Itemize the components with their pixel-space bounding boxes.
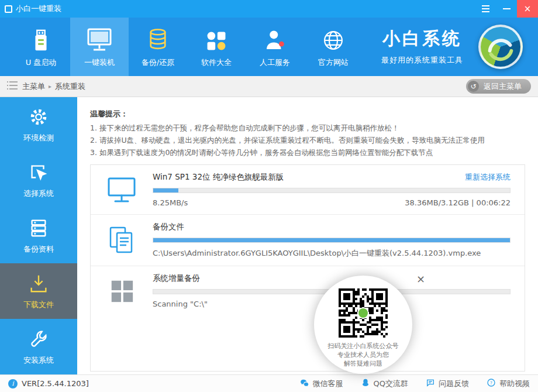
- back-arrow-icon: ↺: [468, 81, 479, 92]
- return-main-menu-button[interactable]: ↺ 返回主菜单: [466, 79, 531, 94]
- download-progress-text: 38.36MB/3.12GB | 00:06:22: [405, 198, 511, 207]
- nav-item-usb-boot[interactable]: U 盘启动: [12, 18, 70, 76]
- tips-line: 2. 请拔掉U盘、移动硬盘，退出光驱内的光盘，并保证系统重装过程不断电。否则重装…: [90, 134, 525, 146]
- body: 环境检测 选择系统 备份资料 下载文件: [0, 97, 538, 374]
- qr-close-icon[interactable]: ×: [416, 274, 425, 284]
- backup-path: C:\Users\Administrator.6GYGLI5KAOYGIIL\D…: [153, 248, 481, 259]
- sidebar-item-env-check[interactable]: 环境检测: [0, 97, 77, 153]
- backup-section-body: 备份文件 C:\Users\Administrator.6GYGLI5KAOYG…: [153, 222, 525, 259]
- download-progress-bar: [153, 188, 511, 193]
- svg-text:?: ?: [490, 380, 492, 386]
- person-icon: [263, 26, 287, 53]
- sidebar-item-download-files[interactable]: 下载文件: [0, 263, 77, 319]
- nav-label: 一键装机: [84, 57, 115, 68]
- statusbar: i VER[2.5.44.1203] 微信客服 QQ交流群 问题反馈 ? 帮助视…: [0, 374, 538, 392]
- backup-progress-fill: [153, 238, 510, 242]
- monitor-outline-icon: [91, 174, 153, 205]
- monitor-icon: [86, 26, 113, 53]
- brand-logo-icon: [478, 25, 523, 69]
- brand-name: 小白系统: [381, 27, 463, 51]
- tips-line: 3. 如果遇到下载速度为0的情况时请耐心等待几分钟，服务器会自动根据您当前网络位…: [90, 146, 525, 159]
- brand: 小白系统 最好用的系统重装工具: [381, 27, 463, 66]
- wrench-icon: [27, 328, 50, 350]
- download-icon: [27, 273, 50, 295]
- backup-section: 备份文件 C:\Users\Administrator.6GYGLI5KAOYG…: [91, 215, 525, 266]
- sidebar-item-select-system[interactable]: 选择系统: [0, 153, 77, 208]
- sidebar-item-backup-data[interactable]: 备份资料: [0, 208, 77, 264]
- download-progress-fill: [153, 188, 178, 192]
- sidebar-item-install-system[interactable]: 安装系统: [0, 319, 77, 374]
- qq-icon: [361, 378, 370, 389]
- download-section-body: Win7 SP1 32位 纯净绿色旗舰最新版 重新选择系统 8.25MB/s 3…: [153, 172, 525, 207]
- feedback-link[interactable]: 问题反馈: [426, 378, 469, 390]
- nav-label: 官方网站: [318, 57, 349, 68]
- nav-item-onekey-install[interactable]: 一键装机: [70, 18, 129, 76]
- nav-item-website[interactable]: 官方网站: [304, 18, 363, 76]
- back-button-label: 返回主菜单: [484, 81, 522, 92]
- top-nav: U 盘启动 一键装机 备份/还原 软件大全 人工服务: [0, 18, 538, 76]
- sidebar: 环境检测 选择系统 备份资料 下载文件: [0, 97, 77, 374]
- nav-label: 人工服务: [260, 57, 290, 68]
- info-icon: i: [8, 379, 18, 388]
- sidebar-item-label: 下载文件: [23, 300, 54, 310]
- breadcrumb-current: 系统重装: [55, 81, 85, 92]
- nav-label: 软件大全: [201, 57, 232, 68]
- qq-group-link[interactable]: QQ交流群: [361, 378, 408, 390]
- qr-code: [339, 288, 388, 338]
- download-section: Win7 SP1 32位 纯净绿色旗舰最新版 重新选择系统 8.25MB/s 3…: [91, 165, 525, 215]
- footer-links: 微信客服 QQ交流群 问题反馈 ? 帮助视频: [299, 378, 530, 390]
- window-title: 小白一键重装: [16, 4, 61, 14]
- app-icon: [5, 5, 12, 13]
- download-title: Win7 SP1 32位 纯净绿色旗舰最新版: [153, 172, 284, 183]
- backup-title: 备份文件: [153, 222, 184, 232]
- footer-link-label: 微信客服: [313, 379, 343, 389]
- incremental-title: 系统增量备份: [153, 273, 200, 284]
- window-controls: ×: [475, 0, 538, 18]
- minimize-icon[interactable]: [496, 0, 517, 18]
- apps-grid-icon: [205, 26, 228, 53]
- sidebar-item-label: 选择系统: [23, 188, 54, 199]
- help-video-icon: ?: [487, 378, 496, 389]
- main-content: 温馨提示： 1. 接下来的过程无需您的干预，程序会帮助您自动完成剩下的步骤，您可…: [77, 97, 538, 374]
- sidebar-item-label: 安装系统: [23, 355, 54, 366]
- brand-slogan: 最好用的系统重装工具: [381, 55, 463, 66]
- close-icon[interactable]: ×: [517, 0, 538, 18]
- globe-icon: [321, 26, 346, 53]
- cursor-select-icon: [27, 161, 50, 184]
- titlebar: 小白一键重装 ×: [0, 0, 538, 18]
- version-text: VER[2.5.44.1203]: [22, 379, 89, 388]
- windows-grid-icon: [91, 277, 153, 304]
- footer-link-label: QQ交流群: [374, 379, 408, 389]
- menu-icon[interactable]: [475, 0, 496, 18]
- breadcrumb-separator-icon: ▸: [49, 83, 51, 90]
- breadcrumb: 主菜单 ▸ 系统重装 ↺ 返回主菜单: [0, 76, 538, 97]
- wechat-service-link[interactable]: 微信客服: [299, 378, 343, 390]
- sidebar-item-label: 备份资料: [23, 244, 54, 255]
- nav-label: 备份/还原: [142, 57, 174, 68]
- reselect-system-link[interactable]: 重新选择系统: [465, 172, 511, 183]
- usb-drive-icon: [29, 26, 53, 53]
- qr-line: 解答疑难问题: [328, 359, 399, 368]
- gear-icon: [27, 106, 50, 128]
- backup-progress-bar: [153, 238, 511, 243]
- breadcrumb-root[interactable]: 主菜单: [22, 81, 45, 92]
- incremental-backup-section: 系统增量备份 Scanning "C:\": [91, 266, 525, 315]
- footer-link-label: 帮助视频: [499, 379, 530, 389]
- list-icon: [7, 81, 18, 91]
- progress-panel: Win7 SP1 32位 纯净绿色旗舰最新版 重新选择系统 8.25MB/s 3…: [90, 164, 525, 372]
- download-speed: 8.25MB/s: [153, 198, 188, 207]
- qr-line: 扫码关注小白系统公众号: [328, 342, 399, 350]
- nav-item-software[interactable]: 软件大全: [187, 18, 246, 76]
- wechat-icon: [299, 378, 309, 390]
- qr-line: 专业技术人员为您: [328, 350, 399, 359]
- help-video-link[interactable]: ? 帮助视频: [487, 378, 530, 390]
- server-icon: [27, 217, 50, 239]
- feedback-icon: [426, 378, 435, 389]
- nav-item-backup-restore[interactable]: 备份/还原: [129, 18, 187, 76]
- database-icon: [146, 26, 170, 53]
- nav-label: U 盘启动: [26, 57, 57, 68]
- qr-popup-text: 扫码关注小白系统公众号 专业技术人员为您 解答疑难问题: [328, 342, 399, 368]
- incremental-status: Scanning "C:\": [153, 300, 208, 308]
- footer-link-label: 问题反馈: [439, 379, 469, 389]
- nav-item-service[interactable]: 人工服务: [246, 18, 304, 76]
